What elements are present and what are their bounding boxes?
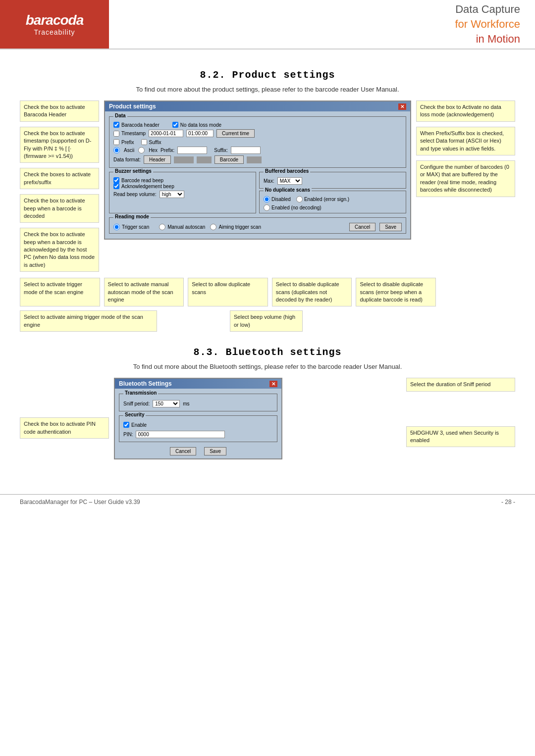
logo-area: baracoda Traceability — [0, 0, 109, 49]
callout-allow-duplicate: Select to allow duplicate scans — [188, 278, 268, 306]
security-group: Security Enable PIN: — [119, 415, 277, 442]
prefix-checkbox[interactable] — [113, 139, 119, 145]
baracoda-header-checkbox-row: Baracoda header — [113, 122, 160, 128]
bt-dialog-title-bar: Bluetooth Settings ✕ — [115, 379, 281, 389]
header-button[interactable]: Header — [144, 155, 171, 164]
data-format-spacer2 — [197, 156, 212, 163]
suffix-value-input[interactable] — [231, 147, 261, 154]
footer-right: - 28 - — [501, 499, 515, 505]
left-callouts: Check the box to activate Baracoda Heade… — [20, 101, 99, 272]
prefix-field-label: Prefix: — [160, 148, 174, 153]
trigger-scan-label: Trigger scan — [122, 224, 149, 230]
data-format-spacer — [174, 156, 194, 163]
current-time-button[interactable]: Current time — [216, 129, 255, 138]
bt-right-callouts: Select the duration of Sniff period 5HDG… — [406, 378, 515, 447]
logo-sub: Traceability — [26, 28, 84, 36]
security-enable-label: Enable — [131, 422, 147, 428]
prefix-checkbox-row: Prefix — [113, 139, 134, 145]
hex-radio[interactable] — [138, 147, 145, 153]
timestamp-date-input[interactable] — [149, 130, 183, 137]
extra-spacer2 — [307, 310, 436, 332]
transmission-group: Transmission Sniff period: 150 ms — [119, 394, 277, 411]
format-radio-group: Ascii Hex — [113, 147, 158, 153]
trigger-scan-row: Trigger scan — [113, 224, 149, 230]
tagline-line1: Data Capture — [455, 3, 520, 16]
baracoda-header-checkbox[interactable] — [113, 122, 119, 128]
page-header: baracoda Traceability Data Capture for W… — [0, 0, 535, 50]
manual-autoscan-radio[interactable] — [159, 224, 165, 230]
max-label: Max: — [264, 178, 274, 184]
callout-error-duplicate: Select to disable duplicate scans (error… — [356, 278, 436, 306]
callout-buffered-barcodes: Configure the number of barcodes (0 or M… — [416, 160, 515, 197]
tagline-line2: for Workforce — [455, 18, 520, 31]
callout-beep-volume: Select beep volume (high or low) — [230, 310, 303, 332]
bt-cancel-button[interactable]: Cancel — [170, 447, 196, 455]
callout-manual-autoscan: Select to activate manual autoscan mode … — [104, 278, 184, 306]
callout-pin-auth: Check the box to activate PIN code authe… — [20, 417, 109, 439]
callout-security-pin: 5HDGHUW 3, used when Security is enabled — [406, 426, 515, 448]
callout-prefix-suffix-format: When Prefix/Suffix box is checked, selec… — [416, 127, 515, 155]
enabled-error-radio[interactable] — [296, 196, 303, 202]
dialog-close-button[interactable]: ✕ — [398, 103, 406, 110]
callout-baracoda-header: Check the box to activate Baracoda Heade… — [20, 101, 99, 122]
max-select[interactable]: MAX 0 — [277, 177, 302, 185]
timestamp-checkbox[interactable] — [113, 131, 119, 137]
save-button[interactable]: Save — [379, 223, 402, 231]
acknowledgement-beep-checkbox[interactable] — [113, 183, 119, 189]
aiming-trigger-radio[interactable] — [210, 224, 216, 230]
section-83-intro: To find out more about the Bluetooth set… — [20, 363, 515, 370]
timestamp-checkbox-row: Timestamp — [113, 131, 146, 137]
header-tagline: Data Capture for Workforce in Motion — [109, 0, 535, 49]
sniff-unit: ms — [183, 401, 189, 406]
callout-aiming-trigger: Select to activate aiming trigger mode o… — [20, 310, 157, 332]
manual-autoscan-label: Manual autoscan — [167, 224, 205, 230]
beep-volume-select[interactable]: high low — [160, 191, 184, 198]
suffix-checkbox[interactable] — [141, 139, 147, 145]
callout-beep-decoded: Check the box to activate beep when a ba… — [20, 194, 99, 223]
data-format-spacer3 — [247, 156, 262, 163]
middle-section: Buzzer settings Barcode read beep Acknow… — [109, 170, 406, 215]
acknowledgement-beep-label: Acknowledgement beep — [121, 184, 174, 189]
acknowledgement-beep-row: Acknowledgement beep — [113, 183, 252, 189]
callout-beep-acknowledged: Check the box to activate beep when a ba… — [20, 228, 99, 272]
footer-left: BaracodaManager for PC – User Guide v3.3… — [20, 499, 140, 505]
bt-dialog-close-button[interactable]: ✕ — [269, 381, 277, 387]
data-format-label: Data format: — [113, 157, 141, 162]
sniff-select[interactable]: 150 — [153, 400, 180, 407]
enabled-no-decoding-radio[interactable] — [264, 204, 270, 211]
page-footer: BaracodaManager for PC – User Guide v3.3… — [0, 494, 535, 509]
security-label: Security — [123, 412, 146, 417]
no-data-loss-label: No data loss mode — [180, 122, 221, 128]
beep-volume-row: Read beep volume: high low — [113, 191, 252, 198]
ascii-label: Ascii — [124, 148, 134, 153]
section-83-title: 8.3. Bluetooth settings — [20, 347, 515, 358]
no-duplicate-label: No duplicate scans — [264, 187, 312, 193]
prefix-value-input[interactable] — [177, 147, 207, 154]
bt-save-button[interactable]: Save — [204, 447, 226, 455]
extra-callouts: Select to activate aiming trigger mode o… — [20, 310, 515, 332]
bt-left-callouts: Check the box to activate PIN code authe… — [20, 378, 109, 439]
product-settings-diagram: Check the box to activate Baracoda Heade… — [20, 101, 515, 332]
buzzer-group: Buzzer settings Barcode read beep Acknow… — [109, 172, 256, 213]
dialog-title-bar: Product settings ✕ — [105, 101, 410, 111]
pin-label: PIN: — [123, 432, 133, 437]
timestamp-time-input[interactable] — [186, 130, 214, 137]
right-side-groups: Buffered barcodes Max: MAX 0 — [259, 170, 406, 215]
ascii-radio[interactable] — [113, 147, 120, 153]
trigger-scan-radio[interactable] — [113, 224, 120, 230]
bt-dialog-title-text: Bluetooth Settings — [119, 380, 172, 387]
section-82-intro: To find out more about the product setti… — [20, 86, 515, 93]
callout-sniff-period: Select the duration of Sniff period — [406, 378, 515, 391]
security-enable-checkbox[interactable] — [123, 422, 129, 428]
no-data-loss-checkbox[interactable] — [172, 122, 178, 128]
prefix-label: Prefix — [121, 140, 134, 145]
aiming-trigger-row: Aiming trigger scan — [210, 224, 261, 230]
barcode-read-beep-checkbox[interactable] — [113, 177, 119, 183]
below-annotations: Select to activate trigger mode of the s… — [20, 278, 515, 306]
barcode-button[interactable]: Barcode — [214, 155, 244, 164]
cancel-button[interactable]: Cancel — [349, 223, 375, 231]
disabled-radio[interactable] — [264, 196, 270, 202]
pin-input[interactable] — [136, 431, 225, 438]
bt-dialog-buttons: Cancel Save — [119, 447, 277, 455]
reading-mode-label: Reading mode — [113, 214, 151, 219]
